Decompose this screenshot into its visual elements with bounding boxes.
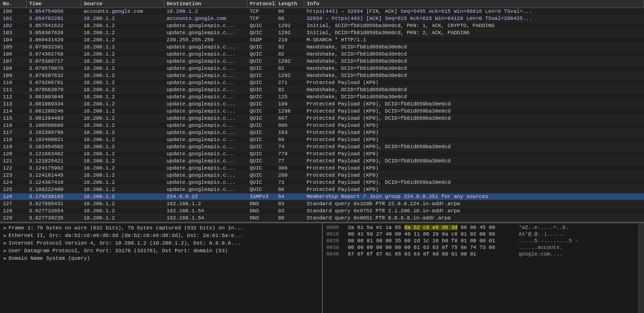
table-row[interactable]: 1273.62769543110.200.1.2192.168.1.2DNS83…	[0, 200, 644, 208]
table-row[interactable]: 1193.10245450210.200.1.2update.googleapi…	[0, 143, 644, 151]
table-row[interactable]: 1033.05930762610.200.1.2update.googleapi…	[0, 29, 644, 37]
packet-no: 112	[0, 94, 26, 101]
detail-row[interactable]: Domain Name System (query)	[0, 255, 322, 262]
packet-src: 10.200.1.2	[81, 165, 164, 172]
packet-proto: IGMPv3	[247, 193, 275, 200]
table-row[interactable]: 1163.10059868810.200.1.2update.googleapi…	[0, 122, 644, 129]
packet-no: 126	[0, 193, 26, 200]
table-row[interactable]: 1243.12438741810.200.1.2update.googleapi…	[0, 179, 644, 186]
packet-src: 10.200.1.2	[81, 108, 164, 115]
table-row[interactable]: 1263.17923816210.200.1.2224.0.0.22IGMPv3…	[0, 193, 644, 200]
packet-info: Handshake, DCID=fb81d059ba30e0cd	[304, 94, 644, 101]
col-header-info[interactable]: Info	[304, 0, 644, 8]
packet-len: 83	[275, 208, 304, 215]
packet-src: accounts.google.com	[81, 8, 164, 15]
hex-row: 004067 6f 6f 67 6c 65 03 63 6f 6d 00 01 …	[325, 251, 636, 257]
hex-row-list: 00002a 61 5a e1 1a 65 da b2 c6 e6 d6 3d …	[325, 224, 636, 257]
hex-bytes: 2a 61 5a e1 1a 65 da b2 c6 e6 d6 3d 08 0…	[348, 225, 519, 230]
packet-time: 3.057941622	[26, 22, 81, 29]
packet-info: Protected Payload (KP0), DCID=fb81d059ba…	[304, 101, 644, 108]
scrollbar[interactable]	[638, 223, 644, 313]
table-row[interactable]: 1253.16622240910.200.1.2update.googleapi…	[0, 186, 644, 193]
packet-dst: 224.0.0.22	[164, 193, 247, 200]
table-row[interactable]: 1103.07920878110.200.1.2update.googleapi…	[0, 79, 644, 86]
table-row[interactable]: 1053.07303239110.200.1.2update.googleapi…	[0, 44, 644, 51]
packet-src: 10.200.1.2	[81, 94, 164, 101]
packet-info: Protected Payload (KP0), DCID=fb81d059ba…	[304, 108, 644, 115]
packet-src: 10.200.1.2	[81, 172, 164, 179]
table-row[interactable]: 1293.62773923510.200.1.2192.168.1.54DNS8…	[0, 215, 644, 222]
col-header-proto[interactable]: Protocol	[247, 0, 275, 8]
packet-no: 115	[0, 115, 26, 122]
packet-no: 108	[0, 65, 26, 72]
table-row[interactable]: 1233.12418144510.200.1.2update.googleapi…	[0, 172, 644, 179]
packet-dst: update.googleapis.c...	[164, 151, 247, 158]
packet-proto: QUIC	[247, 94, 275, 101]
detail-arrow-icon	[4, 256, 7, 261]
packet-no: 120	[0, 151, 26, 158]
hex-row: 001000 41 58 27 40 00 40 11 00 29 0a c8 …	[325, 231, 636, 237]
packet-info: Handshake, SCID=fb81d059ba30e0cd	[304, 44, 644, 51]
packet-info: Protected Payload (KP0)	[304, 79, 644, 86]
table-row[interactable]: 1063.07430276810.200.1.2update.googleapi…	[0, 51, 644, 58]
col-header-len[interactable]: Length	[275, 0, 304, 8]
packet-time: 3.102454502	[26, 143, 81, 151]
packet-dst: update.googleapis.c...	[164, 86, 247, 94]
packet-info: Protected Payload (KP0)	[304, 186, 644, 193]
table-row[interactable]: 1023.05794162210.200.1.2update.googleapi…	[0, 22, 644, 29]
col-header-dest[interactable]: Destination	[164, 0, 247, 8]
table-row[interactable]: 1153.08129448310.200.1.2update.googleapi…	[0, 115, 644, 122]
packet-time: 3.054762291	[26, 15, 81, 22]
packet-dst: update.googleapis.c...	[164, 72, 247, 79]
detail-arrow-icon	[4, 225, 7, 231]
packet-len: 1292	[275, 72, 304, 79]
col-header-time[interactable]: Time	[26, 0, 81, 8]
table-row[interactable]: 1013.05476229110.200.1.2accounts.google.…	[0, 15, 644, 22]
table-row[interactable]: 1043.06043142910.200.1.2239.255.255.250S…	[0, 37, 644, 44]
table-row[interactable]: 1283.62773265410.200.1.2192.168.1.54DNS8…	[0, 208, 644, 215]
packet-no: 105	[0, 44, 26, 51]
table-row[interactable]: 1123.08100384610.200.1.2update.googleapi…	[0, 94, 644, 101]
packet-src: 10.200.1.2	[81, 129, 164, 136]
packet-proto: QUIC	[247, 51, 275, 58]
packet-len: 73	[275, 179, 304, 186]
packet-time: 3.627739235	[26, 215, 81, 222]
hex-ascii: AX'@.@..)......	[519, 231, 635, 237]
packet-src: 10.200.1.2	[81, 101, 164, 108]
packet-proto: QUIC	[247, 136, 275, 143]
packet-len: 210	[275, 37, 304, 44]
table-row[interactable]: 1223.12417590210.200.1.2update.googleapi…	[0, 165, 644, 172]
table-row[interactable]: 1173.10239979610.200.1.2update.googleapi…	[0, 129, 644, 136]
table-row[interactable]: 1133.08108933410.200.1.2update.googleapi…	[0, 101, 644, 108]
detail-row[interactable]: Ethernet II, Src: da:b2:c6:e6:d6:3d (da:…	[0, 232, 322, 239]
detail-row[interactable]: User Datagram Protocol, Src Port: 33176 …	[0, 247, 322, 255]
table-row[interactable]: 1093.07920763210.200.1.2update.googleapi…	[0, 72, 644, 79]
table-row[interactable]: 1213.12182542110.200.1.2update.googleapi…	[0, 158, 644, 165]
table-row[interactable]: 1073.07538871710.200.1.2update.googleapi…	[0, 58, 644, 65]
table-row[interactable]: 1203.12166346210.200.1.2update.googleapi…	[0, 151, 644, 158]
detail-row[interactable]: Frame 1: 79 bytes on wire (632 bits), 79…	[0, 224, 322, 232]
packet-no: 111	[0, 86, 26, 94]
packet-src: 10.200.1.2	[81, 51, 164, 58]
col-header-no[interactable]: No.	[0, 0, 26, 8]
table-row[interactable]: 1113.07956207910.200.1.2update.googleapi…	[0, 86, 644, 94]
packet-time: 3.054754056	[26, 8, 81, 15]
packet-proto: QUIC	[247, 72, 275, 79]
table-row[interactable]: 1143.08128024610.200.1.2update.googleapi…	[0, 108, 644, 115]
detail-row[interactable]: Internet Protocol Version 4, Src: 10.200…	[0, 239, 322, 247]
packet-time: 3.081280246	[26, 108, 81, 115]
packet-len: 1292	[275, 22, 304, 29]
packet-dst: update.googleapis.c...	[164, 108, 247, 115]
packet-no: 124	[0, 179, 26, 186]
packet-src: 10.200.1.2	[81, 44, 164, 51]
packet-info: Protected Payload (KP0)	[304, 129, 644, 136]
packet-no: 125	[0, 186, 26, 193]
table-row[interactable]: 1083.07657007810.200.1.2update.googleapi…	[0, 65, 644, 72]
col-header-source[interactable]: Source	[81, 0, 164, 8]
packet-src: 10.200.1.2	[81, 86, 164, 94]
packet-no: 107	[0, 58, 26, 65]
packet-no: 110	[0, 79, 26, 86]
table-row[interactable]: 1183.10240092110.200.1.2update.googleapi…	[0, 136, 644, 143]
packet-info: 32934 → https(443) [ACK] Seq=615 Ack=615…	[304, 15, 644, 22]
table-row[interactable]: 1003.054754056accounts.google.com10.200.…	[0, 8, 644, 15]
